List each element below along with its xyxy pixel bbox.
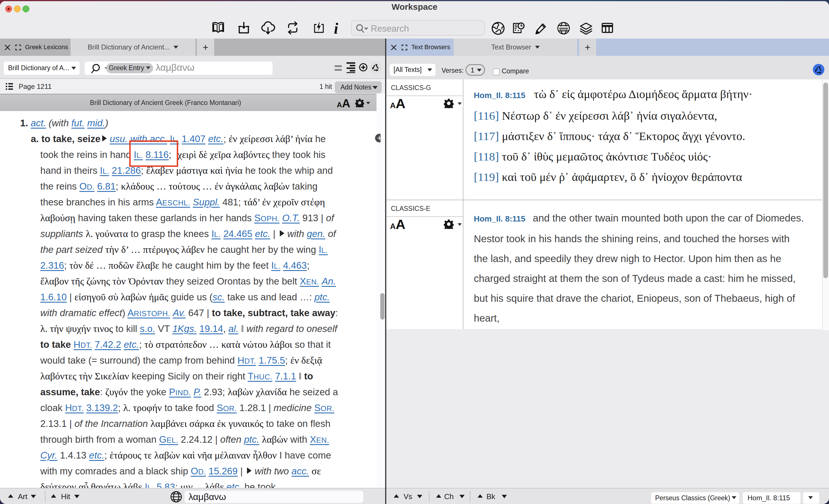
svg-text:www: www <box>559 26 568 31</box>
